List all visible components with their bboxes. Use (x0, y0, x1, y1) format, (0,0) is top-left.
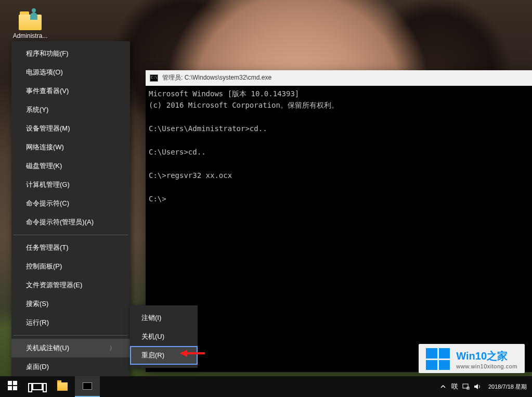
taskbar-cmd[interactable] (75, 376, 100, 397)
winx-item-label: 系统(Y) (26, 106, 48, 113)
watermark-title: Win10之家 (456, 349, 517, 363)
tray-network-icon[interactable] (460, 376, 472, 397)
winx-item-label: 事件查看器(V) (26, 87, 69, 95)
start-button[interactable] (0, 376, 25, 397)
winx-item-g1-7[interactable]: 计算机管理(G) (11, 175, 130, 194)
task-view-icon (32, 383, 43, 390)
clock-date: 2018/7/18 星期 (488, 383, 527, 390)
winx-item-g2-2[interactable]: 文件资源管理器(E) (11, 276, 130, 294)
svg-rect-5 (13, 386, 17, 390)
task-view-button[interactable] (25, 376, 50, 397)
cmd-window: 管理员: C:\Windows\system32\cmd.exe Microso… (146, 70, 532, 372)
submenu-item-signout[interactable]: 注销(I) (130, 309, 198, 327)
taskbar-tray: 咲 2018/7/18 星期 (437, 376, 532, 397)
winx-item-label: 网络连接(W) (26, 143, 64, 151)
cmd-icon (150, 74, 158, 82)
watermark-url: www.win10xitong.com (456, 363, 517, 369)
winx-item-g1-5[interactable]: 网络连接(W) (11, 138, 130, 157)
winx-item-g1-0[interactable]: 程序和功能(F) (11, 44, 130, 63)
tray-volume-icon[interactable] (472, 376, 483, 397)
winx-item-g1-6[interactable]: 磁盘管理(K) (11, 157, 130, 175)
winx-item-g2-3[interactable]: 搜索(S) (11, 294, 130, 313)
winx-item-label: 电源选项(O) (26, 68, 63, 76)
cmd-icon (83, 382, 92, 390)
submenu-item-restart[interactable]: 重启(R) (130, 346, 198, 365)
submenu-item-label: 重启(R) (141, 351, 164, 359)
chevron-right-icon: 〉 (109, 344, 115, 353)
winx-item-label: 文件资源管理器(E) (26, 281, 82, 289)
menu-separator (14, 235, 128, 235)
winx-item-g2-0[interactable]: 任务管理器(T) (11, 238, 130, 257)
winx-item-label: 桌面(D) (26, 363, 49, 370)
svg-rect-2 (8, 381, 12, 385)
winx-item-label: 命令提示符(管理员)(A) (26, 218, 94, 226)
winx-item-label: 计算机管理(G) (26, 181, 70, 188)
tray-chevron-up-icon[interactable] (437, 376, 449, 397)
winx-menu: 程序和功能(F)电源选项(O)事件查看器(V)系统(Y)设备管理器(M)网络连接… (11, 41, 130, 379)
desktop-icon-label: Administra... (9, 32, 51, 40)
menu-separator (14, 335, 128, 336)
cmd-titlebar[interactable]: 管理员: C:\Windows\system32\cmd.exe (146, 70, 532, 86)
winx-item-g1-9[interactable]: 命令提示符(管理员)(A) (11, 213, 130, 232)
svg-rect-3 (13, 381, 17, 385)
winx-item-g1-2[interactable]: 事件查看器(V) (11, 82, 130, 100)
folder-user-icon (18, 10, 43, 30)
watermark: Win10之家 www.win10xitong.com (419, 344, 525, 373)
windows-logo-icon (8, 381, 17, 392)
winx-item-label: 命令提示符(C) (26, 199, 69, 207)
winx-item-shutdown-signout[interactable]: 关机或注销(U) 〉 (11, 339, 130, 357)
shutdown-submenu: 注销(I) 关机(U) 重启(R) (130, 305, 198, 368)
winx-item-g3-0[interactable]: 桌面(D) (11, 357, 130, 376)
folder-icon (57, 382, 68, 391)
taskbar: 咲 2018/7/18 星期 (0, 376, 532, 397)
winx-item-g1-8[interactable]: 命令提示符(C) (11, 194, 130, 213)
winx-item-label: 磁盘管理(K) (26, 162, 62, 170)
winx-item-g2-1[interactable]: 控制面板(P) (11, 257, 130, 276)
winx-item-label: 任务管理器(T) (26, 244, 69, 251)
desktop-icon-administrator[interactable]: Administra... (9, 10, 51, 40)
taskbar-file-explorer[interactable] (50, 376, 75, 397)
submenu-item-shutdown[interactable]: 关机(U) (130, 327, 198, 346)
submenu-item-label: 关机(U) (141, 332, 164, 340)
windows-logo-icon (426, 348, 450, 370)
winx-item-label: 搜索(S) (26, 300, 48, 308)
winx-item-label: 运行(R) (26, 318, 49, 326)
tray-ime-icon[interactable]: 咲 (449, 376, 460, 397)
winx-item-label: 控制面板(P) (26, 262, 62, 270)
winx-item-label: 程序和功能(F) (26, 49, 69, 57)
svg-rect-4 (8, 386, 12, 390)
winx-item-g2-4[interactable]: 运行(R) (11, 313, 130, 332)
submenu-item-label: 注销(I) (141, 314, 161, 322)
cmd-title-text: 管理员: C:\Windows\system32\cmd.exe (162, 73, 271, 82)
winx-item-label: 设备管理器(M) (26, 124, 70, 132)
svg-marker-8 (474, 384, 478, 389)
cmd-output[interactable]: Microsoft Windows [版本 10.0.14393] (c) 20… (146, 86, 532, 372)
taskbar-clock[interactable]: 2018/7/18 星期 (483, 381, 532, 392)
winx-item-g1-1[interactable]: 电源选项(O) (11, 63, 130, 82)
winx-item-label: 关机或注销(U) (26, 343, 69, 353)
winx-item-g1-3[interactable]: 系统(Y) (11, 100, 130, 119)
winx-item-g1-4[interactable]: 设备管理器(M) (11, 119, 130, 138)
